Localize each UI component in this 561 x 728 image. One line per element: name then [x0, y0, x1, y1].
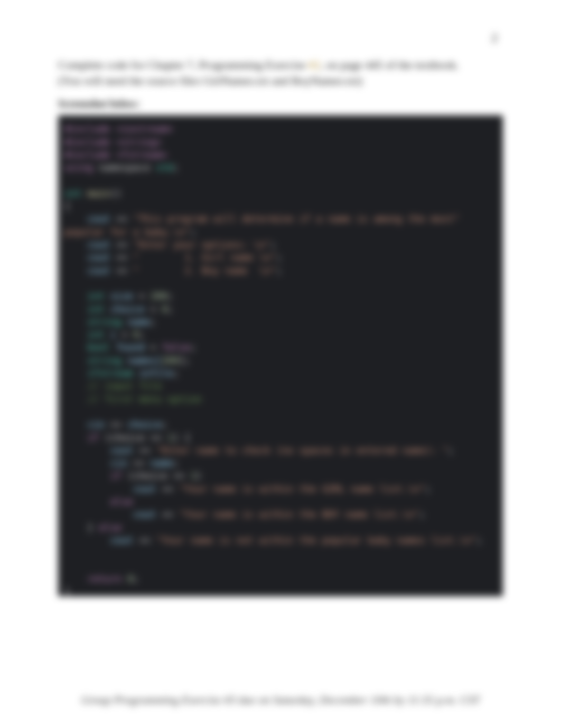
code-block: #include <iostream> #include <string> #i…: [58, 115, 503, 596]
intro-line2: (You will need the source files GirlName…: [58, 74, 362, 87]
intro-text-c: , on page 445 of the textbook.: [320, 58, 459, 71]
page-number: 2: [491, 31, 498, 45]
document-page: 2 Complete code for Chapter 7, Programmi…: [0, 0, 561, 728]
intro-text-a: Complete code for Chapter 7, Programming…: [58, 58, 308, 71]
code-editor-screenshot: #include <iostream> #include <string> #i…: [58, 115, 503, 596]
screenshot-caption: Screenshot below:: [58, 98, 503, 110]
page-footer: Group Programming Exercise #3 due on Sat…: [0, 693, 561, 707]
intro-paragraph: Complete code for Chapter 7, Programming…: [58, 57, 503, 88]
intro-exercise-number: #2: [308, 58, 320, 71]
